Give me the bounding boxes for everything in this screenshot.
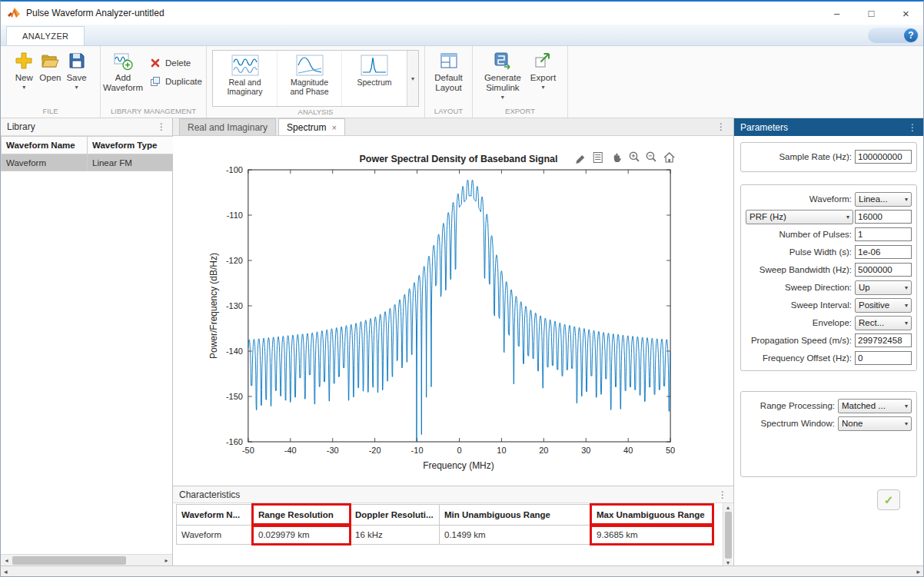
- sample-rate-input[interactable]: [855, 150, 912, 164]
- parameters-title: Parameters: [740, 122, 908, 133]
- scroll-right-icon[interactable]: ▸: [161, 557, 172, 564]
- minimize-button[interactable]: –: [819, 2, 854, 25]
- range-processing-select[interactable]: Matched ... ▾: [838, 399, 912, 413]
- plot-pan-icon[interactable]: [614, 154, 621, 163]
- toolstrip: New ▾ Open S: [1, 46, 923, 118]
- envelope-select[interactable]: Rect... ▾: [855, 316, 912, 330]
- library-row-selected[interactable]: Waveform Linear FM: [2, 154, 174, 171]
- chevron-down-icon: ▾: [846, 214, 849, 221]
- new-dropdown-icon[interactable]: ▾: [22, 85, 25, 91]
- open-button[interactable]: Open: [38, 49, 62, 85]
- scroll-left-icon[interactable]: ◂: [1, 557, 12, 564]
- add-waveform-button[interactable]: Add Waveform: [101, 49, 145, 95]
- y-tick-label: -150: [226, 392, 243, 401]
- open-icon: [40, 51, 60, 71]
- tab-spectrum[interactable]: Spectrum ×: [278, 118, 345, 135]
- duplicate-button[interactable]: Duplicate: [147, 75, 205, 88]
- document-tab-menu[interactable]: ⋮: [716, 122, 726, 131]
- library-horizontal-scrollbar[interactable]: ◂ ▸: [1, 554, 172, 565]
- x-tick-label: -10: [411, 446, 424, 455]
- range-processing-label: Range Processing:: [746, 401, 835, 410]
- propagation-speed-input[interactable]: [855, 333, 912, 347]
- pulse-width-input[interactable]: [855, 245, 912, 259]
- library-cell-name[interactable]: Waveform: [2, 154, 88, 171]
- characteristics-menu[interactable]: ⋮: [718, 490, 727, 499]
- characteristics-vertical-scrollbar[interactable]: ▴ ▾: [723, 503, 733, 565]
- new-button[interactable]: New ▾: [12, 49, 35, 92]
- characteristics-row[interactable]: Waveform 0.029979 km 16 kHz 0.1499 km 9.…: [177, 526, 713, 545]
- sweep-bandwidth-input[interactable]: [855, 263, 912, 277]
- library-panel-menu[interactable]: ⋮: [157, 122, 166, 131]
- maximize-button[interactable]: □: [854, 2, 889, 25]
- chevron-down-icon: ▾: [905, 302, 908, 309]
- scrollbar-thumb[interactable]: [725, 512, 732, 559]
- char-cell-range-resolution: 0.029979 km: [254, 526, 351, 545]
- collapse-right-icon[interactable]: ▸: [916, 568, 920, 575]
- library-panel-title: Library: [7, 121, 157, 132]
- tab-analyzer[interactable]: ANALYZER: [6, 26, 85, 45]
- char-cell-doppler-resolution: 16 kHz: [351, 526, 440, 545]
- collapse-left-icon[interactable]: ◂: [4, 568, 8, 575]
- spectrum-window-select[interactable]: None ▾: [838, 416, 912, 431]
- default-layout-icon: [439, 51, 459, 71]
- plot-title: Power Spectral Density of Baseband Signa…: [360, 154, 558, 164]
- char-col-max-unambiguous-range[interactable]: Max Unambiguous Range: [592, 505, 713, 526]
- generate-simulink-button[interactable]: Generate Simulink ▾: [483, 49, 523, 102]
- characteristics-table: Waveform N... Range Resolution Doppler R…: [176, 504, 713, 545]
- export-button[interactable]: Export ▾: [529, 49, 557, 92]
- save-dropdown-icon[interactable]: ▾: [75, 85, 78, 91]
- library-panel: Library ⋮ Waveform Name Waveform Type Wa…: [1, 118, 173, 565]
- plot-copy-icon[interactable]: [593, 153, 602, 163]
- default-layout-button[interactable]: Default Layout: [433, 49, 464, 95]
- prf-select[interactable]: PRF (Hz) ▾: [746, 210, 853, 224]
- scrollbar-thumb[interactable]: [12, 556, 126, 565]
- spectrum-window-label: Spectrum Window:: [746, 419, 835, 428]
- delete-button[interactable]: Delete: [147, 57, 205, 69]
- prf-input[interactable]: [855, 210, 912, 224]
- char-col-doppler-resolution[interactable]: Doppler Resoluti...: [351, 505, 440, 526]
- save-button[interactable]: Save ▾: [65, 49, 88, 92]
- scroll-up-icon[interactable]: ▴: [723, 504, 733, 511]
- library-cell-type[interactable]: Linear FM: [88, 154, 174, 171]
- library-table: Waveform Name Waveform Type Waveform Lin…: [1, 136, 174, 171]
- plot-home-icon[interactable]: [664, 153, 674, 162]
- char-col-min-unambiguous-range[interactable]: Min Unambiguous Range: [440, 505, 592, 526]
- library-col-waveform-name[interactable]: Waveform Name: [2, 137, 88, 154]
- delete-icon: [150, 58, 161, 68]
- sweep-direction-select[interactable]: Up ▾: [855, 280, 912, 295]
- frequency-offset-input[interactable]: [855, 351, 912, 365]
- plot-zoom-in-icon[interactable]: [630, 152, 639, 161]
- envelope-label: Envelope:: [746, 318, 852, 327]
- gallery-dropdown-button[interactable]: ▾: [407, 51, 418, 106]
- section-label-file: FILE: [1, 106, 100, 118]
- x-tick-label: -40: [284, 446, 297, 455]
- chevron-down-icon: ▾: [905, 403, 908, 410]
- library-col-waveform-type[interactable]: Waveform Type: [88, 137, 174, 154]
- export-dropdown-icon[interactable]: ▾: [541, 85, 544, 91]
- char-col-range-resolution[interactable]: Range Resolution: [254, 505, 351, 526]
- waveform-select[interactable]: Linea... ▾: [855, 192, 912, 207]
- section-file: New ▾ Open S: [1, 46, 101, 118]
- real-imaginary-icon: [231, 55, 259, 76]
- tab-real-and-imaginary[interactable]: Real and Imaginary: [179, 118, 276, 135]
- apply-button[interactable]: ✓: [877, 489, 900, 510]
- parameters-panel: Parameters ⋮ Sample Rate (Hz): Waveform:…: [733, 118, 923, 565]
- tab-close-icon[interactable]: ×: [331, 123, 336, 132]
- window-title: Pulse Waveform Analyzer-untitled: [26, 8, 165, 18]
- plot-edit-icon[interactable]: [576, 155, 584, 164]
- quick-access-area: ?: [868, 28, 919, 43]
- spectrum-button[interactable]: Spectrum: [342, 51, 407, 106]
- magnitude-and-phase-button[interactable]: Magnitude and Phase: [278, 51, 342, 106]
- close-button[interactable]: ×: [889, 2, 923, 25]
- parameters-menu[interactable]: ⋮: [908, 123, 917, 132]
- x-tick-label: 40: [623, 446, 633, 455]
- char-col-waveform-name[interactable]: Waveform N...: [177, 505, 254, 526]
- scroll-down-icon[interactable]: ▾: [723, 559, 733, 565]
- sweep-interval-select[interactable]: Positive ▾: [855, 298, 912, 313]
- number-of-pulses-input[interactable]: [855, 227, 912, 241]
- chevron-down-icon: ▾: [905, 320, 908, 327]
- help-button[interactable]: ?: [904, 28, 918, 42]
- plot-zoom-out-icon[interactable]: [646, 152, 656, 161]
- generate-simulink-dropdown-icon[interactable]: ▾: [501, 95, 504, 101]
- real-and-imaginary-button[interactable]: Real and Imaginary: [213, 51, 278, 106]
